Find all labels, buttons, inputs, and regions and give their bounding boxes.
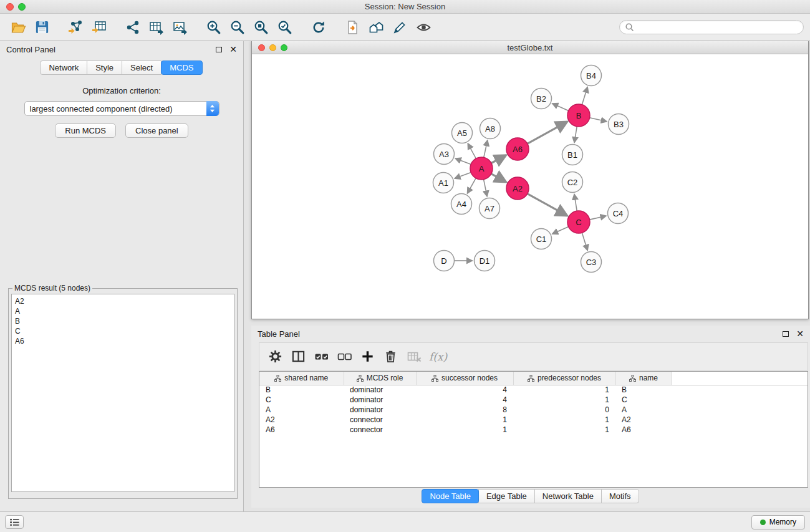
edge-A2-C[interactable]	[528, 194, 567, 216]
column-header[interactable]: shared name	[259, 372, 344, 385]
result-item[interactable]: C	[15, 326, 231, 336]
memory-button[interactable]: Memory	[751, 515, 805, 530]
export-image-button[interactable]	[168, 16, 192, 39]
deselect-all-button[interactable]	[334, 346, 355, 367]
node-A1[interactable]: A1	[433, 173, 454, 193]
select-all-button[interactable]	[311, 346, 332, 367]
zoom-selected-button[interactable]	[273, 16, 297, 39]
search-input[interactable]	[634, 23, 798, 32]
network-minimize-button[interactable]	[269, 44, 276, 51]
table-settings-button[interactable]	[265, 346, 286, 367]
close-panel-button[interactable]: Close panel	[125, 123, 188, 138]
show-panels-button[interactable]	[5, 515, 24, 529]
column-header[interactable]: name	[615, 372, 672, 385]
node-D[interactable]: D	[434, 251, 455, 271]
search-field[interactable]	[619, 20, 804, 34]
edge-C-C4[interactable]	[590, 216, 606, 220]
node-B4[interactable]: B4	[581, 65, 602, 86]
table-row[interactable]: Bdominator41B	[259, 385, 808, 395]
edge-C-C3[interactable]	[582, 233, 587, 250]
run-mcds-button[interactable]: Run MCDS	[55, 123, 116, 138]
edge-A-A6[interactable]	[491, 155, 506, 163]
close-panel-icon[interactable]: ✕	[229, 45, 237, 54]
close-window-button[interactable]	[6, 3, 14, 11]
table-row[interactable]: A6connector11A6	[259, 425, 808, 435]
result-item[interactable]: A6	[15, 336, 231, 346]
zoom-window-button[interactable]	[18, 3, 26, 11]
export-network-button[interactable]	[121, 16, 145, 39]
annotation-button[interactable]	[388, 16, 412, 39]
home-views-button[interactable]	[364, 16, 388, 39]
node-A6[interactable]: A6	[506, 138, 529, 160]
edge-B-B2[interactable]	[552, 104, 569, 111]
zoom-out-button[interactable]	[226, 16, 249, 39]
float-panel-icon[interactable]	[216, 47, 222, 52]
table-tab-network-table[interactable]: Network Table	[534, 489, 602, 503]
node-C2[interactable]: C2	[562, 172, 583, 193]
apply-layout-button[interactable]	[307, 16, 330, 39]
column-header[interactable]: predecessor nodes	[513, 372, 615, 385]
node-A7[interactable]: A7	[480, 198, 500, 219]
node-C4[interactable]: C4	[608, 203, 629, 224]
edge-A-A3[interactable]	[455, 158, 471, 165]
mcds-result-list[interactable]: A2ABCA6	[11, 294, 234, 492]
cycle-views-button[interactable]	[340, 16, 364, 39]
node-A3[interactable]: A3	[434, 144, 455, 165]
node-A2[interactable]: A2	[506, 177, 529, 200]
optimization-criterion-select[interactable]: largest connected component (directed)	[24, 101, 219, 116]
tab-select[interactable]: Select	[122, 60, 162, 75]
edge-C-C1[interactable]	[552, 226, 569, 234]
table-tab-motifs[interactable]: Motifs	[601, 489, 639, 503]
node-A5[interactable]: A5	[452, 123, 473, 143]
tab-mcds[interactable]: MCDS	[161, 60, 202, 75]
node-A[interactable]: A	[470, 157, 493, 180]
table-row[interactable]: A2connector11A2	[259, 415, 808, 425]
node-B2[interactable]: B2	[531, 89, 552, 109]
table-tab-node-table[interactable]: Node Table	[422, 489, 479, 503]
table-tab-edge-table[interactable]: Edge Table	[478, 489, 535, 503]
edge-A-A1[interactable]	[455, 172, 471, 178]
table-row[interactable]: Cdominator41C	[259, 395, 808, 405]
edge-A6-B[interactable]	[528, 122, 567, 143]
network-close-button[interactable]	[258, 44, 265, 51]
tab-network[interactable]: Network	[40, 60, 87, 75]
edge-A-A8[interactable]	[484, 140, 488, 157]
node-A4[interactable]: A4	[451, 194, 472, 215]
column-header[interactable]: MCDS role	[344, 372, 416, 385]
save-session-button[interactable]	[30, 16, 54, 39]
delete-column-button[interactable]	[380, 346, 401, 367]
node-A8[interactable]: A8	[480, 118, 501, 139]
network-zoom-button[interactable]	[281, 44, 287, 51]
result-item[interactable]: A	[15, 306, 231, 316]
edge-B-B4[interactable]	[582, 87, 587, 105]
table-row[interactable]: Adominator80A	[259, 405, 808, 415]
edge-A-A7[interactable]	[484, 180, 488, 196]
float-table-panel-icon[interactable]	[783, 331, 789, 337]
node-C1[interactable]: C1	[531, 229, 552, 249]
edge-A-A4[interactable]	[468, 178, 476, 193]
result-item[interactable]: B	[15, 316, 231, 326]
zoom-fit-button[interactable]	[249, 16, 273, 39]
edge-A-A5[interactable]	[468, 143, 476, 158]
edge-A-A2[interactable]	[491, 174, 506, 182]
open-file-button[interactable]	[6, 16, 30, 39]
show-columns-button[interactable]	[288, 346, 309, 367]
zoom-in-button[interactable]	[202, 16, 226, 39]
node-C[interactable]: C	[567, 211, 590, 233]
edge-B-B3[interactable]	[590, 118, 607, 122]
edge-C-C2[interactable]	[574, 194, 577, 211]
node-B3[interactable]: B3	[609, 114, 629, 135]
network-canvas[interactable]: B4B2BB3A5A8A6A3B1AA1C2A2A4A7CC4C1C3DD1	[252, 54, 808, 319]
tab-style[interactable]: Style	[87, 60, 122, 75]
node-B[interactable]: B	[567, 104, 590, 127]
node-C3[interactable]: C3	[581, 252, 602, 273]
node-B1[interactable]: B1	[562, 145, 583, 165]
close-table-panel-icon[interactable]: ✕	[796, 329, 804, 338]
import-table-button[interactable]	[87, 16, 111, 39]
import-network-button[interactable]	[64, 16, 87, 39]
result-item[interactable]: A2	[15, 296, 231, 306]
edge-B-B1[interactable]	[574, 127, 577, 143]
node-D1[interactable]: D1	[475, 251, 495, 271]
export-table-button[interactable]	[145, 16, 168, 39]
column-header[interactable]: successor nodes	[416, 372, 513, 385]
